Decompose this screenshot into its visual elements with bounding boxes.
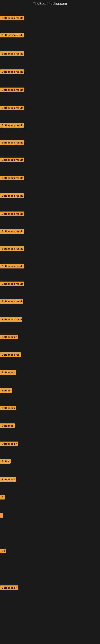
- bottleneck-badge[interactable]: Bottleneck result: [0, 229, 24, 234]
- list-item[interactable]: Bottleneck result: [0, 194, 24, 199]
- list-item[interactable]: Bo: [0, 548, 6, 554]
- list-item[interactable]: Bottleneck result: [0, 317, 22, 322]
- bottleneck-badge[interactable]: Bottleneck result: [0, 158, 24, 162]
- bottleneck-badge[interactable]: Bottleneck result: [0, 317, 22, 322]
- list-item[interactable]: Bottleneck res: [0, 352, 21, 358]
- list-item[interactable]: Bottleneck result: [0, 70, 24, 75]
- bottleneck-badge[interactable]: Bottleneck r: [0, 335, 18, 339]
- list-item[interactable]: Bottleneck result: [0, 282, 24, 287]
- list-item[interactable]: Bottleneck result: [0, 123, 24, 128]
- bottleneck-badge[interactable]: Bottleneck: [0, 370, 16, 375]
- list-item[interactable]: |: [0, 513, 3, 518]
- bottleneck-badge[interactable]: Bottleneck result: [0, 264, 24, 268]
- list-item[interactable]: B: [0, 495, 5, 500]
- list-item[interactable]: Bottleneck result: [0, 264, 24, 269]
- list-item[interactable]: Bottleneck r: [0, 335, 18, 340]
- list-item[interactable]: Bottleneck result: [0, 16, 24, 21]
- bottleneck-badge[interactable]: Bottle: [0, 459, 11, 464]
- list-item[interactable]: Bottleneck result: [0, 212, 24, 217]
- bottleneck-badge[interactable]: Bottleneck result: [0, 176, 24, 180]
- bottleneck-badge[interactable]: Bottleneck result: [0, 140, 24, 145]
- bottleneck-badge[interactable]: Bottleneck result: [0, 246, 24, 251]
- bottleneck-badge[interactable]: Bottleneck result: [0, 106, 24, 110]
- bottleneck-badge[interactable]: Bottleneck res: [0, 352, 21, 357]
- list-item[interactable]: Bottleneck result: [0, 51, 24, 57]
- bottleneck-badge[interactable]: B: [0, 495, 5, 500]
- list-item[interactable]: Bottlenec: [0, 424, 15, 429]
- site-title: TheBottlenecker.com: [0, 0, 100, 8]
- list-item[interactable]: Bottleneck result: [0, 106, 24, 111]
- list-item[interactable]: Bottleneck result: [0, 158, 24, 163]
- list-item[interactable]: Bottleneck result: [0, 246, 24, 252]
- bottleneck-badge[interactable]: |: [0, 513, 3, 518]
- bottleneck-badge[interactable]: Bottlen: [0, 388, 12, 393]
- bottleneck-badge[interactable]: Bottleneck result: [0, 123, 24, 128]
- bottleneck-badge[interactable]: Bottleneck result: [0, 194, 24, 198]
- list-item[interactable]: Bottleneck r: [0, 586, 18, 591]
- list-item[interactable]: Bottleneck result: [0, 229, 24, 234]
- bottleneck-badge[interactable]: Bottleneck result: [0, 282, 24, 286]
- bottleneck-badge[interactable]: Bo: [0, 548, 6, 553]
- list-item[interactable]: Bottleneck r: [0, 442, 18, 447]
- list-item[interactable]: Bottle: [0, 459, 11, 464]
- list-item[interactable]: Bottleneck result: [0, 140, 24, 146]
- bottleneck-badge[interactable]: Bottleneck: [0, 477, 16, 482]
- list-item[interactable]: Bottleneck result: [0, 176, 24, 181]
- list-item[interactable]: Bottleneck: [0, 477, 16, 482]
- bottleneck-badge[interactable]: Bottleneck: [0, 406, 16, 410]
- bottleneck-badge[interactable]: Bottleneck result: [0, 16, 24, 20]
- bottleneck-badge[interactable]: Bottleneck r: [0, 442, 18, 446]
- list-item[interactable]: Bottleneck: [0, 370, 16, 376]
- list-item[interactable]: Bottlen: [0, 388, 12, 394]
- bottleneck-badge[interactable]: Bottleneck r: [0, 586, 18, 590]
- bottleneck-badge[interactable]: Bottleneck result: [0, 88, 24, 92]
- list-item[interactable]: Bottleneck result: [0, 299, 23, 304]
- bottleneck-badge[interactable]: Bottleneck result: [0, 33, 24, 38]
- bottleneck-badge[interactable]: Bottleneck result: [0, 299, 23, 304]
- bottleneck-badge[interactable]: Bottleneck result: [0, 212, 24, 216]
- bottleneck-badge[interactable]: Bottleneck result: [0, 70, 24, 74]
- list-item[interactable]: Bottleneck result: [0, 88, 24, 93]
- list-item[interactable]: Bottleneck result: [0, 33, 24, 38]
- bottleneck-badge[interactable]: Bottleneck result: [0, 51, 24, 56]
- list-item[interactable]: Bottleneck: [0, 406, 16, 411]
- bottleneck-badge[interactable]: Bottlenec: [0, 424, 15, 428]
